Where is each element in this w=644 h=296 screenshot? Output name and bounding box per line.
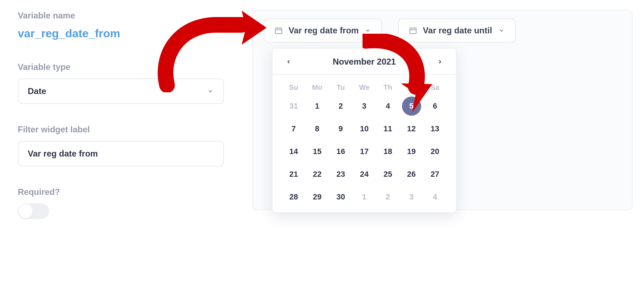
calendar-day[interactable]: 15: [305, 143, 329, 160]
calendar-day[interactable]: 26: [399, 166, 423, 182]
calendar-dow: We: [353, 83, 376, 92]
calendar-day-other[interactable]: 31: [282, 98, 305, 114]
variable-config-panel: Variable name var_reg_date_from Variable…: [18, 11, 224, 219]
calendar-day[interactable]: 25: [376, 166, 399, 182]
calendar-day[interactable]: 13: [423, 121, 447, 137]
toggle-knob: [18, 204, 33, 218]
calendar-next-button[interactable]: [435, 56, 445, 67]
filter-widget-label-value: Var reg date from: [28, 149, 98, 159]
required-label: Required?: [18, 187, 224, 197]
calendar-day[interactable]: 1: [305, 98, 329, 114]
calendar-dow: Sa: [423, 83, 447, 92]
calendar-day[interactable]: 27: [423, 166, 447, 182]
calendar-day[interactable]: 19: [399, 143, 423, 160]
calendar-dow: Fr: [399, 83, 423, 92]
calendar-day[interactable]: 2: [329, 98, 353, 114]
date-from-picker-label: Var reg date from: [289, 26, 359, 35]
calendar-day[interactable]: 29: [305, 189, 329, 205]
chevron-down-icon: [498, 27, 505, 34]
calendar-day[interactable]: 21: [282, 166, 305, 182]
svg-rect-0: [275, 28, 282, 34]
calendar-day[interactable]: 12: [399, 121, 423, 137]
calendar-day[interactable]: 11: [376, 121, 399, 137]
calendar-prev-button[interactable]: [283, 56, 294, 67]
chevron-down-icon: [207, 88, 214, 95]
calendar-day[interactable]: 30: [329, 189, 353, 205]
calendar-dow: Mo: [305, 83, 329, 92]
calendar-day[interactable]: 10: [353, 121, 376, 137]
filter-widget-label-input[interactable]: Var reg date from: [18, 141, 224, 166]
calendar-dow: Th: [376, 83, 399, 92]
calendar-day[interactable]: 6: [423, 98, 447, 114]
calendar-day[interactable]: 16: [329, 143, 353, 160]
calendar-day[interactable]: 18: [376, 143, 399, 160]
calendar-day[interactable]: 20: [423, 143, 447, 160]
calendar-day-other[interactable]: 3: [399, 189, 423, 205]
filter-widget-label-label: Filter widget label: [18, 125, 224, 135]
variable-type-value: Date: [28, 86, 46, 96]
calendar-title: November 2021: [333, 57, 396, 67]
calendar-day-other[interactable]: 4: [423, 189, 447, 205]
date-from-picker-button[interactable]: Var reg date from: [264, 18, 382, 43]
variable-name-label: Variable name: [18, 11, 224, 21]
calendar-dow: Su: [282, 83, 305, 92]
calendar-icon: [409, 26, 417, 35]
calendar-day[interactable]: 5: [399, 98, 423, 114]
calendar-day[interactable]: 14: [282, 143, 305, 160]
calendar-day[interactable]: 3: [353, 98, 376, 114]
calendar-header: November 2021: [273, 49, 456, 75]
variable-name-value: var_reg_date_from: [18, 27, 224, 40]
required-toggle[interactable]: [18, 203, 49, 219]
date-until-picker-label: Var reg date until: [423, 26, 492, 35]
calendar-day[interactable]: 4: [376, 98, 399, 114]
variable-type-select[interactable]: Date: [18, 78, 224, 104]
calendar-day[interactable]: 28: [282, 189, 305, 205]
chevron-down-icon: [364, 27, 371, 34]
date-until-picker-button[interactable]: Var reg date until: [398, 18, 516, 43]
variable-type-label: Variable type: [18, 62, 224, 72]
svg-rect-4: [410, 28, 416, 34]
calendar-grid: SuMoTuWeThFrSa31123456789101112131415161…: [273, 75, 456, 205]
calendar-icon: [274, 26, 283, 35]
calendar-popover: November 2021 SuMoTuWeThFrSa311234567891…: [272, 48, 457, 213]
calendar-dow: Tu: [329, 83, 353, 92]
calendar-day[interactable]: 24: [353, 166, 376, 182]
calendar-day[interactable]: 8: [305, 121, 329, 137]
calendar-day[interactable]: 17: [353, 143, 376, 160]
calendar-day[interactable]: 7: [282, 121, 305, 137]
calendar-day-other[interactable]: 2: [376, 189, 399, 205]
calendar-day[interactable]: 9: [329, 121, 353, 137]
calendar-day[interactable]: 22: [305, 166, 329, 182]
calendar-day[interactable]: 23: [329, 166, 353, 182]
calendar-day-other[interactable]: 1: [353, 189, 376, 205]
